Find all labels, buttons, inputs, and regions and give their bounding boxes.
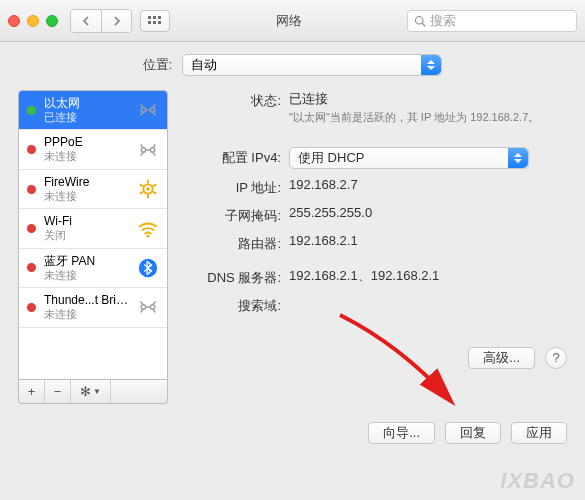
sidebar-item-4[interactable]: 蓝牙 PAN 未连接 bbox=[19, 249, 167, 288]
svg-point-9 bbox=[150, 108, 154, 112]
window-controls bbox=[8, 15, 58, 27]
firewire-icon bbox=[137, 178, 159, 200]
apply-button[interactable]: 应用 bbox=[511, 422, 567, 444]
svg-rect-5 bbox=[158, 21, 161, 24]
ethernet-icon bbox=[137, 99, 159, 121]
search-input[interactable]: 搜索 bbox=[407, 10, 577, 32]
svg-point-14 bbox=[147, 234, 150, 237]
sidebar-item-1[interactable]: PPPoE 未连接 bbox=[19, 130, 167, 169]
sidebar-item-5[interactable]: Thunde...t Bridge 未连接 bbox=[19, 288, 167, 327]
window-title: 网络 bbox=[178, 12, 399, 30]
status-label: 状态: bbox=[184, 90, 289, 110]
nav-back-forward bbox=[70, 9, 132, 33]
advanced-button[interactable]: 高级... bbox=[468, 347, 535, 369]
ipv4-config-value: 使用 DHCP bbox=[298, 149, 364, 167]
chevron-updown-icon bbox=[508, 148, 528, 168]
subnet-mask-value: 255.255.255.0 bbox=[289, 205, 567, 220]
search-icon bbox=[414, 15, 426, 27]
minimize-icon[interactable] bbox=[27, 15, 39, 27]
service-status: 未连接 bbox=[44, 150, 83, 163]
revert-button[interactable]: 回复 bbox=[445, 422, 501, 444]
close-icon[interactable] bbox=[8, 15, 20, 27]
service-name: Thunde...t Bridge bbox=[44, 294, 129, 308]
remove-service-button[interactable]: − bbox=[45, 380, 71, 403]
titlebar: 网络 搜索 bbox=[0, 0, 585, 42]
service-status: 未连接 bbox=[44, 308, 129, 321]
service-status: 关闭 bbox=[44, 229, 72, 242]
service-name: 蓝牙 PAN bbox=[44, 255, 95, 269]
chevron-updown-icon bbox=[421, 55, 441, 75]
ethernet-icon bbox=[137, 139, 159, 161]
service-status: 已连接 bbox=[44, 111, 80, 124]
search-placeholder: 搜索 bbox=[430, 12, 456, 30]
svg-line-7 bbox=[422, 23, 425, 26]
list-footer: + − ✻▼ bbox=[18, 380, 168, 404]
location-value: 自动 bbox=[191, 56, 217, 74]
status-dot-icon bbox=[27, 263, 36, 272]
wizard-button[interactable]: 向导... bbox=[368, 422, 435, 444]
svg-point-16 bbox=[141, 305, 145, 309]
bluetooth-icon bbox=[137, 257, 159, 279]
help-button[interactable]: ? bbox=[545, 347, 567, 369]
ipv4-config-select[interactable]: 使用 DHCP bbox=[289, 147, 529, 169]
dns-label: DNS 服务器: bbox=[184, 267, 289, 287]
router-label: 路由器: bbox=[184, 233, 289, 253]
svg-point-6 bbox=[416, 16, 424, 24]
service-name: PPPoE bbox=[44, 136, 83, 150]
ip-address-value: 192.168.2.7 bbox=[289, 177, 567, 192]
svg-rect-3 bbox=[148, 21, 151, 24]
location-row: 位置: 自动 bbox=[18, 54, 567, 76]
status-dot-icon bbox=[27, 106, 36, 115]
svg-rect-2 bbox=[158, 16, 161, 19]
service-name: 以太网 bbox=[44, 97, 80, 111]
search-domain-label: 搜索域: bbox=[184, 295, 289, 315]
svg-point-11 bbox=[150, 147, 154, 151]
svg-point-13 bbox=[146, 187, 150, 191]
status-description: "以太网"当前是活跃的，其 IP 地址为 192.168.2.7。 bbox=[289, 110, 567, 125]
watermark: IXBAO bbox=[500, 468, 575, 494]
ipv4-config-label: 配置 IPv4: bbox=[184, 147, 289, 167]
service-list: 以太网 已连接 PPPoE 未连接 FireWire 未连接 Wi-Fi 关闭 … bbox=[18, 90, 168, 380]
service-status: 未连接 bbox=[44, 190, 89, 203]
ip-address-label: IP 地址: bbox=[184, 177, 289, 197]
sidebar-item-0[interactable]: 以太网 已连接 bbox=[19, 91, 167, 130]
status-dot-icon bbox=[27, 145, 36, 154]
detail-pane: 状态: 已连接 "以太网"当前是活跃的，其 IP 地址为 192.168.2.7… bbox=[184, 90, 567, 404]
svg-point-8 bbox=[141, 108, 145, 112]
zoom-icon[interactable] bbox=[46, 15, 58, 27]
service-name: Wi-Fi bbox=[44, 215, 72, 229]
location-select[interactable]: 自动 bbox=[182, 54, 442, 76]
svg-point-17 bbox=[150, 305, 154, 309]
ethernet-icon bbox=[137, 296, 159, 318]
wifi-icon bbox=[137, 218, 159, 240]
subnet-mask-label: 子网掩码: bbox=[184, 205, 289, 225]
svg-rect-4 bbox=[153, 21, 156, 24]
status-dot-icon bbox=[27, 185, 36, 194]
status-value: 已连接 bbox=[289, 90, 567, 108]
actions-menu-button[interactable]: ✻▼ bbox=[71, 380, 111, 403]
add-service-button[interactable]: + bbox=[19, 380, 45, 403]
status-dot-icon bbox=[27, 303, 36, 312]
service-status: 未连接 bbox=[44, 269, 95, 282]
sidebar-item-3[interactable]: Wi-Fi 关闭 bbox=[19, 209, 167, 248]
sidebar-item-2[interactable]: FireWire 未连接 bbox=[19, 170, 167, 209]
gear-icon: ✻ bbox=[80, 384, 91, 399]
status-dot-icon bbox=[27, 224, 36, 233]
back-button[interactable] bbox=[71, 10, 101, 32]
dns-value[interactable]: 192.168.2.1、192.168.2.1 bbox=[289, 267, 567, 285]
svg-rect-1 bbox=[153, 16, 156, 19]
location-label: 位置: bbox=[143, 56, 173, 74]
show-all-button[interactable] bbox=[140, 10, 170, 32]
svg-rect-0 bbox=[148, 16, 151, 19]
router-value: 192.168.2.1 bbox=[289, 233, 567, 248]
service-name: FireWire bbox=[44, 176, 89, 190]
bottom-bar: 向导... 回复 应用 bbox=[18, 422, 567, 444]
svg-point-10 bbox=[141, 147, 145, 151]
forward-button[interactable] bbox=[101, 10, 131, 32]
